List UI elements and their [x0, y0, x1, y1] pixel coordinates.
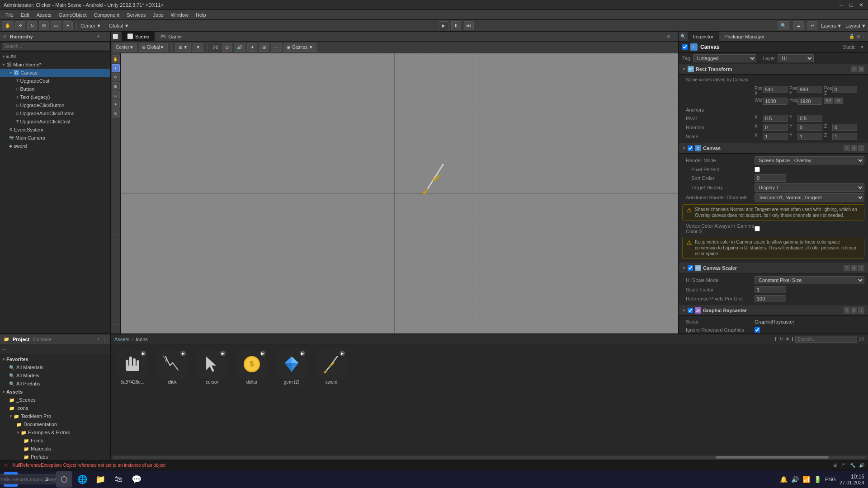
pos-x-input[interactable] — [763, 86, 788, 93]
canvas-scaler-more[interactable]: ⋮ — [858, 265, 864, 271]
project-menu-icon[interactable]: ⋮ — [102, 336, 107, 342]
taskbar-unity-icon[interactable]: ⬡ — [56, 471, 72, 488]
project-icons[interactable]: 📁 Icons — [0, 404, 110, 412]
fav-all-materials[interactable]: 🔍 All Materials — [0, 363, 110, 371]
scale-y-input[interactable] — [797, 133, 822, 140]
scene-extras-btn[interactable]: ⋯ — [271, 43, 282, 52]
scene-persp-btn[interactable]: ⊙ — [222, 43, 232, 52]
shader-channels-dropdown[interactable]: TexCoord1, Normal, Tangent — [755, 193, 864, 202]
target-display-dropdown[interactable]: Display 1 — [755, 183, 864, 192]
assets-import-btn[interactable]: ⬆ — [774, 336, 778, 342]
scene-effects-btn[interactable]: ✦ — [247, 43, 257, 52]
tray-icon-2[interactable]: 🔊 — [791, 476, 799, 483]
assets-refresh-btn[interactable]: ↻ — [779, 336, 783, 342]
hierarchy-item-eventsystem[interactable]: ⚙ EventSystem — [0, 126, 110, 134]
graphic-raycaster-header[interactable]: ▼ GR Graphic Raycaster ? ⚙ ⋮ — [679, 305, 868, 316]
taskbar-search[interactable] — [20, 471, 36, 488]
canvas-enabled-checkbox[interactable] — [688, 145, 693, 151]
scene-gizmo-btn[interactable]: ⊞ ▼ — [175, 43, 191, 52]
toolbar-transform-rect[interactable]: ▭ — [51, 21, 61, 30]
menu-component[interactable]: Component — [90, 11, 123, 19]
layers-dropdown[interactable]: Layers ▼ — [821, 23, 842, 28]
rot-z-input[interactable] — [832, 124, 857, 131]
scene-center-btn[interactable]: Center ▼ — [113, 43, 137, 52]
hierarchy-add-icon[interactable]: + — [97, 33, 100, 39]
assets-scroll-thumb[interactable] — [716, 456, 829, 459]
menu-gameobject[interactable]: GameObject — [55, 11, 90, 19]
scene-gizmos-btn[interactable]: ◉ Gizmos ▼ — [283, 43, 316, 52]
tab-package-manager[interactable]: Package Manager — [719, 32, 770, 42]
minimize-button[interactable]: ─ — [838, 2, 844, 8]
canvas-more-btn[interactable]: ⋮ — [858, 145, 864, 151]
menu-file[interactable]: File — [2, 11, 17, 19]
asset-item-click[interactable]: ▶ click — [154, 348, 190, 386]
graphic-raycaster-enabled[interactable] — [688, 308, 693, 313]
tag-dropdown[interactable]: Untagged — [693, 54, 756, 62]
width-input[interactable] — [763, 98, 788, 105]
inspector-lock-icon[interactable]: 🔒 — [849, 34, 854, 39]
project-documentation[interactable]: 📁 Documentation — [0, 420, 110, 428]
rect-transform-header[interactable]: ▼ RT Rect Transform ? ⚙ — [679, 64, 868, 75]
toolbar-global-dropdown[interactable]: Global ▼ — [109, 23, 129, 28]
hierarchy-item-upgradecost[interactable]: T UpgradeCost — [0, 77, 110, 85]
cloud-button[interactable]: ☁ — [793, 21, 804, 30]
hierarchy-item-button[interactable]: □ Button — [0, 85, 110, 93]
project-examples[interactable]: ▼ 📁 Examples & Extras — [0, 428, 110, 436]
project-back-icon[interactable]: ← — [2, 347, 7, 352]
canvas-settings-btn[interactable]: ⚙ — [851, 145, 857, 151]
tray-icon-1[interactable]: 🔔 — [780, 476, 788, 483]
taskbar-file-explorer[interactable]: 📁 — [92, 471, 108, 488]
canvas-help-btn[interactable]: ? — [844, 145, 850, 151]
graphic-raycaster-more[interactable]: ⋮ — [858, 307, 864, 314]
maximize-button[interactable]: □ — [848, 2, 854, 8]
hierarchy-item-upgrade-auto-cost[interactable]: T UpgradeAutoClickCost — [0, 117, 110, 126]
toolbar-center-dropdown[interactable]: Center ▼ — [80, 23, 101, 28]
pivot-y-input[interactable] — [797, 115, 822, 122]
menu-assets[interactable]: Assets — [33, 11, 55, 19]
taskbar-discord[interactable]: 💬 — [128, 471, 145, 488]
tab-scene[interactable]: ⬜ Scene — [122, 32, 155, 42]
toolbar-transform-scale[interactable]: ⊞ — [39, 21, 49, 30]
project-scenes[interactable]: 📁 _Scenes — [0, 396, 110, 404]
tab-console[interactable]: Console — [33, 337, 51, 342]
main-scene-menu[interactable]: ⋮ — [106, 62, 110, 67]
project-add-icon[interactable]: + — [97, 336, 100, 342]
hierarchy-item-text-legacy[interactable]: T Text (Legacy) — [0, 93, 110, 101]
hierarchy-item-sword[interactable]: ◆ sword — [0, 142, 110, 150]
tab-project[interactable]: Project — [13, 337, 29, 342]
canvas-scaler-header[interactable]: ▼ CS Canvas Scaler ? ⚙ ⋮ — [679, 263, 868, 273]
step-button[interactable]: ⏭ — [464, 21, 474, 30]
toolbar-transform-move[interactable]: ✛ — [15, 21, 25, 30]
rot-y-input[interactable] — [797, 124, 822, 131]
scene-view-btn[interactable]: ▼ — [193, 43, 203, 52]
taskbar-store[interactable]: 🛍 — [110, 471, 127, 488]
menu-jobs[interactable]: Jobs — [150, 11, 167, 19]
tab-inspector[interactable]: Inspector — [688, 32, 719, 42]
search-icon[interactable]: 🔍 — [778, 21, 789, 30]
toolbar-transform-hand[interactable]: ✋ — [2, 21, 14, 30]
favorites-header[interactable]: ▼ Favorites — [0, 355, 110, 363]
canvas-scaler-settings[interactable]: ⚙ — [851, 265, 857, 271]
asset-item-gem[interactable]: ▶ gem (2) — [274, 348, 310, 386]
blueprint-btn2[interactable]: R — [834, 98, 843, 104]
close-button[interactable]: ✕ — [858, 2, 864, 8]
hierarchy-item-all[interactable]: ▼ ≡ All — [0, 52, 110, 61]
taskbar-task-view[interactable]: ⊡ — [38, 471, 54, 488]
pause-button[interactable]: ⏸ — [451, 21, 461, 30]
scene-view[interactable]: ✋ ✛ ↻ ⊞ ▭ ✦ ⊙ — [111, 53, 678, 333]
ignore-reversed-checkbox[interactable] — [755, 327, 760, 333]
taskbar-search-input[interactable] — [0, 474, 65, 484]
tab-game[interactable]: 🎮 Game — [155, 32, 187, 42]
asset-item-sword[interactable]: ▶ sword — [313, 348, 349, 386]
menu-services[interactable]: Services — [123, 11, 149, 19]
breadcrumb-assets[interactable]: Assets — [114, 337, 129, 342]
hierarchy-item-upgrade-auto[interactable]: □ UpgradeAutoClickButton — [0, 109, 110, 117]
asset-item-dollar[interactable]: $ ▶ dollar — [234, 348, 270, 386]
hierarchy-item-main-scene[interactable]: ▼ 🎬 Main Scene* ⋮ — [0, 61, 110, 69]
taskbar-chrome[interactable]: 🌐 — [74, 471, 90, 488]
hierarchy-item-main-camera[interactable]: 📷 Main Camera — [0, 134, 110, 142]
canvas-component-header[interactable]: ▼ C Canvas ? ⚙ ⋮ — [679, 143, 868, 154]
canvas-scaler-help[interactable]: ? — [844, 265, 850, 271]
vertex-color-checkbox[interactable] — [755, 226, 760, 231]
assets-header[interactable]: ▼ Assets — [0, 388, 110, 396]
